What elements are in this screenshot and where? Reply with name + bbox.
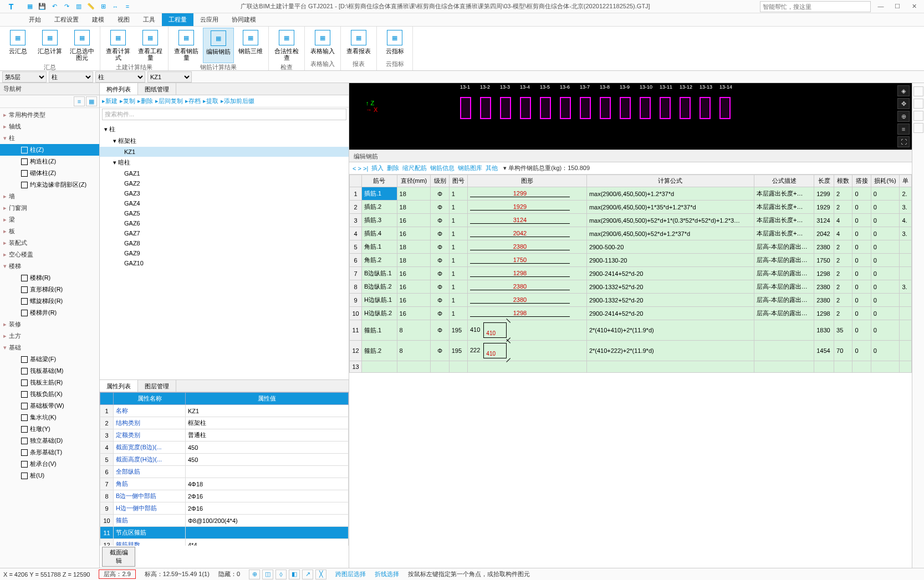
qat-undo-icon[interactable]: ↶ bbox=[50, 2, 59, 11]
prop-row[interactable]: 4截面宽度(B边)(...450 bbox=[100, 442, 349, 454]
comp-GAZ6[interactable]: GAZ6 bbox=[100, 218, 349, 228]
ctb-新建[interactable]: ▸新建 bbox=[102, 97, 118, 105]
category-select[interactable]: 柱 bbox=[49, 71, 93, 83]
nav-楼梯[interactable]: 楼梯 bbox=[0, 260, 99, 272]
comp-GAZ7[interactable]: GAZ7 bbox=[100, 228, 349, 238]
rtb-< > >|[interactable]: < > >| bbox=[353, 165, 368, 172]
comp-GAZ4[interactable]: GAZ4 bbox=[100, 198, 349, 208]
qat-more-icon[interactable]: ⊞ bbox=[99, 2, 108, 11]
menu-协同建模[interactable]: 协同建模 bbox=[225, 13, 263, 26]
nav-装配式[interactable]: 装配式 bbox=[0, 237, 99, 249]
status-polyline-link[interactable]: 折线选择 bbox=[375, 570, 399, 578]
close-icon[interactable]: ✕ bbox=[906, 3, 922, 10]
qat-grid-icon[interactable]: ▥ bbox=[74, 2, 83, 11]
rebar-row[interactable]: 8B边纵筋.216Φ123802900-1332+52*d-20层高-本层的露出… bbox=[350, 280, 912, 294]
nav-sub-筏板基础(M)[interactable]: 筏板基础(M) bbox=[0, 365, 99, 377]
comp-KZ1[interactable]: KZ1 bbox=[100, 147, 349, 157]
comp-GAZ8[interactable]: GAZ8 bbox=[100, 238, 349, 248]
qat-expand-icon[interactable]: ↔ bbox=[111, 2, 120, 11]
ribbon-查看钢筋量[interactable]: ▦查看钢筋量 bbox=[171, 28, 202, 63]
nav-sub-螺旋梯段(R)[interactable]: 螺旋梯段(R) bbox=[0, 295, 99, 307]
comp-GAZ1[interactable]: GAZ1 bbox=[100, 168, 349, 178]
comp-GAZ9[interactable]: GAZ9 bbox=[100, 248, 349, 258]
prop-row[interactable]: 11节点区箍筋 bbox=[100, 527, 349, 539]
menu-建模[interactable]: 建模 bbox=[85, 13, 111, 26]
rebar-row[interactable]: 11箍筋.18Φ1954104102*(410+410)+2*(11.9*d)1… bbox=[350, 320, 912, 341]
ctb-添加前后缀[interactable]: ▸添加前后缀 bbox=[221, 97, 254, 105]
nav-sub-约束边缘非阴影区(Z)[interactable]: 约束边缘非阴影区(Z) bbox=[0, 179, 99, 191]
ribbon-编辑钢筋[interactable]: ▦编辑钢筋 bbox=[203, 28, 234, 63]
status-icon-3[interactable]: ◊ bbox=[275, 569, 287, 579]
nav-门窗洞[interactable]: 门窗洞 bbox=[0, 202, 99, 214]
status-icon-4[interactable]: ◧ bbox=[289, 569, 300, 579]
nav-墙[interactable]: 墙 bbox=[0, 191, 99, 202]
prop-row[interactable]: 9H边一侧中部筋2Φ16 bbox=[100, 502, 349, 515]
comp-GAZ3[interactable]: GAZ3 bbox=[100, 188, 349, 198]
tab-layer-mgmt[interactable]: 图层管理 bbox=[138, 380, 176, 392]
view-tool-fit-icon[interactable]: ⛶ bbox=[897, 136, 910, 147]
nav-sub-柱(Z)[interactable]: 柱(Z) bbox=[0, 144, 99, 156]
rebar-row[interactable]: 4插筋.416Φ12042max(2900/6,450,500)+52*d+1.… bbox=[350, 227, 912, 240]
nav-sub-条形基础(T)[interactable]: 条形基础(T) bbox=[0, 446, 99, 458]
nav-sub-直形梯段(R)[interactable]: 直形梯段(R) bbox=[0, 284, 99, 295]
nav-常用构件类型[interactable]: 常用构件类型 bbox=[0, 109, 99, 121]
prop-row[interactable]: 2结构类别框架柱 bbox=[100, 417, 349, 429]
menu-视图[interactable]: 视图 bbox=[111, 13, 136, 26]
nav-sub-桩承台(V)[interactable]: 桩承台(V) bbox=[0, 458, 99, 470]
ribbon-云指标[interactable]: ▦云指标 bbox=[379, 28, 410, 60]
rebar-row[interactable]: 3插筋.316Φ13124max(2900/6,450,500)+52*d+1*… bbox=[350, 214, 912, 227]
rebar-row[interactable]: 5角筋.118Φ123802900-500-20层高-本层的露出…2380200 bbox=[350, 240, 912, 254]
ribbon-钢筋三维[interactable]: ▦钢筋三维 bbox=[235, 28, 266, 63]
nav-板[interactable]: 板 bbox=[0, 225, 99, 237]
prop-row[interactable]: 7角筋4Φ18 bbox=[100, 478, 349, 490]
status-icon-1[interactable]: ⊕ bbox=[249, 569, 260, 579]
component-search-input[interactable]: 搜索构件... bbox=[102, 109, 346, 120]
section-edit-button[interactable]: 截面编辑 bbox=[102, 547, 135, 567]
help-search-input[interactable] bbox=[760, 1, 871, 12]
prop-row[interactable]: 12箍筋肢数4*4 bbox=[100, 539, 349, 546]
maximize-icon[interactable]: ☐ bbox=[890, 3, 905, 10]
nav-sub-筏板主筋(R)[interactable]: 筏板主筋(R) bbox=[0, 377, 99, 388]
rebar-row[interactable]: 6角筋.218Φ117502900-1130-20层高-本层的露出…175020… bbox=[350, 254, 912, 267]
menu-工具[interactable]: 工具 bbox=[136, 13, 162, 26]
status-icon-5[interactable]: ↗ bbox=[302, 569, 313, 579]
nav-装修[interactable]: 装修 bbox=[0, 319, 99, 330]
rtb-插入[interactable]: 插入 bbox=[371, 164, 384, 172]
qat-redo-icon[interactable]: ↷ bbox=[62, 2, 71, 11]
nav-空心楼盖[interactable]: 空心楼盖 bbox=[0, 249, 99, 260]
tab-properties[interactable]: 属性列表 bbox=[100, 380, 138, 392]
ctb-层间复制[interactable]: ▸层间复制 bbox=[155, 97, 183, 105]
nav-sub-砌体柱(Z)[interactable]: 砌体柱(Z) bbox=[0, 167, 99, 179]
prop-row[interactable]: 3定额类别普通柱 bbox=[100, 429, 349, 442]
prop-row[interactable]: 10箍筋Φ8@100/200(4*4) bbox=[100, 515, 349, 527]
rebar-row[interactable]: 7B边纵筋.116Φ112982900-2414+52*d-20层高-本层的露出… bbox=[350, 267, 912, 280]
rebar-row[interactable]: 10H边纵筋.216Φ112982900-2414+52*d-20层高-本层的露… bbox=[350, 307, 912, 320]
tab-component-list[interactable]: 构件列表 bbox=[100, 83, 138, 95]
ctb-提取[interactable]: ▸提取 bbox=[203, 97, 218, 105]
nav-sub-筏板负筋(X)[interactable]: 筏板负筋(X) bbox=[0, 388, 99, 400]
menu-开始[interactable]: 开始 bbox=[22, 13, 48, 26]
rebar-row[interactable]: 2插筋.218Φ11929max(2900/6,450,500)+1*35*d+… bbox=[350, 201, 912, 214]
status-crosslayer-link[interactable]: 跨图层选择 bbox=[335, 570, 366, 578]
ctb-删除[interactable]: ▸删除 bbox=[137, 97, 153, 105]
comp-框架柱[interactable]: ▾ 框架柱 bbox=[100, 135, 349, 147]
comp-GAZ2[interactable]: GAZ2 bbox=[100, 178, 349, 188]
menu-工程量[interactable]: 工程量 bbox=[162, 13, 193, 26]
view-tool-cube-icon[interactable]: ◈ bbox=[897, 85, 910, 96]
prop-row[interactable]: 5截面高度(H边)(...450 bbox=[100, 454, 349, 466]
view-tool-layers-icon[interactable]: ≡ bbox=[897, 124, 910, 135]
minimize-icon[interactable]: — bbox=[873, 3, 889, 10]
nav-基础[interactable]: 基础 bbox=[0, 342, 99, 353]
fr-tool2-icon[interactable] bbox=[913, 99, 923, 109]
view-tool-zoom-icon[interactable]: ⊕ bbox=[897, 111, 910, 122]
fr-tool4-icon[interactable] bbox=[913, 123, 923, 133]
rtb-删除[interactable]: 删除 bbox=[387, 164, 399, 172]
rebar-row[interactable]: 13 bbox=[350, 361, 912, 373]
comp-柱[interactable]: ▾ 柱 bbox=[100, 124, 349, 135]
nav-sub-柱墩(Y)[interactable]: 柱墩(Y) bbox=[0, 423, 99, 435]
viewport-3d[interactable]: ↑ Z → X 13-113-213-313-413-513-613-713-8… bbox=[349, 83, 912, 150]
ribbon-查看工程量[interactable]: ▦查看工程量 bbox=[135, 28, 166, 63]
qat-dropdown-icon[interactable]: = bbox=[123, 2, 132, 11]
nav-sub-楼梯(R)[interactable]: 楼梯(R) bbox=[0, 272, 99, 284]
ribbon-表格输入[interactable]: ▦表格输入 bbox=[307, 28, 338, 60]
